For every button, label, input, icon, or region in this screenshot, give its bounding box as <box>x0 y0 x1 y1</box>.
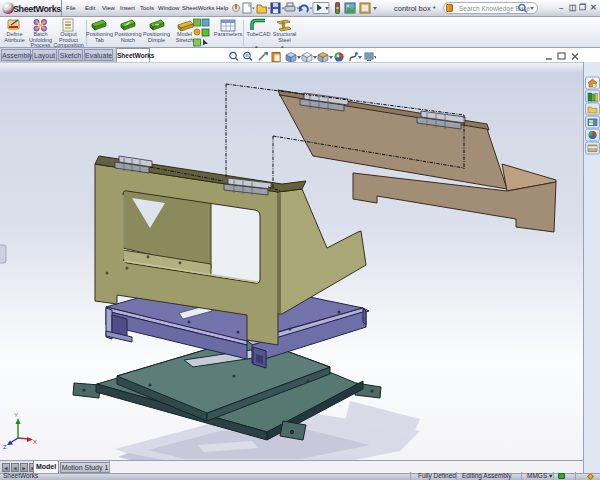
svg-text:Y: Y <box>14 412 18 418</box>
svg-text:X: X <box>33 439 37 445</box>
svg-text:Z: Z <box>3 444 7 450</box>
